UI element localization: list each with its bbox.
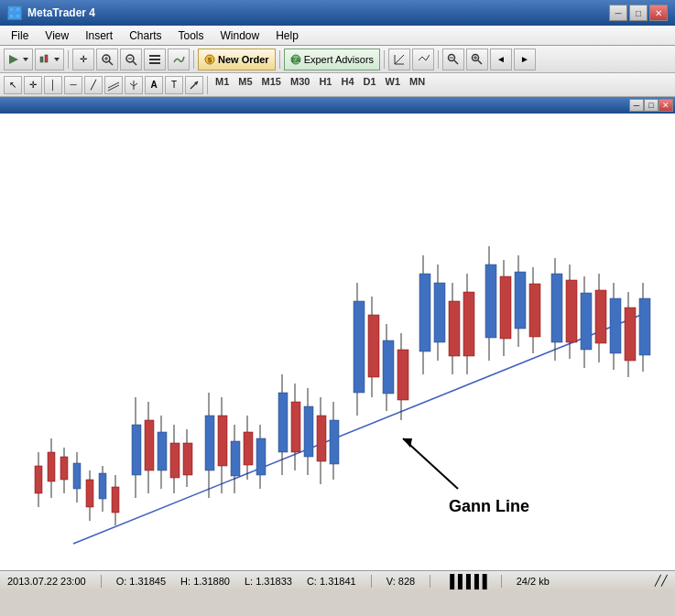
svg-rect-43 (35, 466, 42, 493)
tb-zoom-mag1[interactable] (442, 49, 464, 70)
new-order-button[interactable]: $ New Order (198, 49, 276, 70)
svg-rect-103 (485, 265, 496, 338)
svg-marker-8 (54, 58, 60, 61)
svg-rect-6 (40, 57, 43, 62)
tool-text-a[interactable]: A (145, 76, 163, 94)
tb-properties[interactable] (144, 49, 166, 70)
svg-rect-95 (419, 274, 430, 351)
tool-pitchfork[interactable] (125, 76, 143, 94)
status-size: 24/2 kb (517, 576, 550, 587)
svg-rect-17 (149, 59, 160, 60)
tb-zoom-in[interactable] (96, 49, 118, 70)
tb-indicators[interactable] (168, 49, 190, 70)
svg-line-33 (108, 82, 119, 88)
svg-marker-5 (23, 58, 28, 61)
tf-d1[interactable]: D1 (360, 76, 380, 94)
tool-channel[interactable] (104, 76, 123, 94)
tb-scroll-right[interactable]: ► (514, 49, 536, 70)
tf-m1[interactable]: M1 (212, 76, 233, 94)
svg-rect-109 (529, 284, 540, 337)
status-open: O: 1.31845 (116, 576, 166, 587)
tf-mn[interactable]: MN (406, 76, 429, 94)
svg-rect-65 (183, 443, 192, 475)
tb-chart-type[interactable] (35, 49, 64, 70)
status-low: L: 1.31833 (245, 576, 292, 587)
tool-arrow[interactable] (185, 76, 203, 94)
svg-rect-63 (170, 443, 180, 478)
expert-advisors-button[interactable]: EA Expert Advisors (284, 49, 380, 70)
svg-rect-121 (625, 308, 636, 361)
window-title: MetaTrader 4 (27, 6, 95, 19)
tb-crosshair[interactable]: ✛ (72, 49, 94, 70)
svg-rect-83 (317, 416, 326, 461)
svg-rect-123 (639, 298, 650, 355)
svg-rect-73 (244, 432, 253, 465)
tf-m15[interactable]: M15 (258, 76, 285, 94)
tb-scroll-left[interactable]: ◄ (490, 49, 512, 70)
tb-separator-5 (438, 50, 439, 69)
svg-rect-2 (9, 14, 14, 18)
svg-marker-4 (9, 55, 18, 64)
tb-icon2[interactable] (412, 49, 434, 70)
tf-m30[interactable]: M30 (287, 76, 313, 94)
svg-text:EA: EA (291, 57, 300, 63)
menu-charts[interactable]: Charts (122, 27, 169, 44)
svg-rect-77 (278, 393, 288, 452)
menu-tools[interactable]: Tools (171, 27, 212, 44)
status-close: C: 1.31841 (307, 576, 356, 587)
maximize-button[interactable]: □ (629, 5, 648, 21)
status-volume: V: 828 (386, 576, 415, 587)
svg-rect-57 (132, 425, 141, 475)
menu-view[interactable]: View (38, 27, 76, 44)
chart-area[interactable]: Gann Line (0, 113, 675, 570)
svg-rect-107 (515, 272, 526, 329)
svg-line-14 (133, 61, 136, 65)
svg-rect-71 (231, 441, 240, 476)
tb-zoom-mag2[interactable] (466, 49, 488, 70)
tool-crosshair[interactable]: ✛ (24, 76, 42, 94)
inner-close[interactable]: ✕ (659, 99, 673, 112)
tool-cursor[interactable]: ↖ (4, 76, 22, 94)
svg-line-30 (478, 60, 482, 64)
svg-line-34 (108, 85, 119, 91)
svg-rect-47 (60, 457, 68, 480)
svg-rect-45 (48, 452, 55, 481)
inner-maximize[interactable]: □ (644, 99, 659, 112)
tf-h4[interactable]: H4 (337, 76, 357, 94)
tool-trendline[interactable]: ╱ (84, 76, 103, 94)
svg-rect-81 (304, 406, 313, 457)
tf-h1[interactable]: H1 (315, 76, 335, 94)
tool-hline[interactable]: ─ (64, 76, 82, 94)
menu-help[interactable]: Help (268, 27, 306, 44)
status-sep-4 (501, 575, 502, 588)
tf-m5[interactable]: M5 (234, 76, 256, 94)
menu-bar: File View Insert Charts Tools Window Hel… (0, 26, 675, 46)
tool-vline[interactable]: │ (44, 76, 62, 94)
svg-line-10 (109, 61, 113, 65)
svg-line-37 (134, 83, 137, 86)
volume-bar-icon: ▐▐▐▐▐ (445, 574, 486, 589)
tb-arrow-btn[interactable] (4, 49, 33, 70)
tool-text-t[interactable]: T (165, 76, 183, 94)
tb-zoom-out[interactable] (120, 49, 142, 70)
svg-rect-49 (73, 463, 81, 489)
close-button[interactable]: ✕ (649, 5, 668, 21)
tb-separator-2 (193, 50, 194, 69)
candlestick-chart: Gann Line (0, 113, 675, 570)
tb-icon1[interactable] (388, 49, 410, 70)
menu-file[interactable]: File (4, 27, 36, 44)
svg-text:Gann Line: Gann Line (449, 497, 529, 515)
svg-rect-3 (16, 14, 20, 18)
tf-w1[interactable]: W1 (382, 76, 405, 94)
svg-line-36 (130, 83, 134, 86)
svg-rect-53 (99, 473, 106, 499)
tb-separator-4 (384, 50, 385, 69)
minimize-button[interactable]: ─ (609, 5, 627, 21)
menu-insert[interactable]: Insert (78, 27, 120, 44)
menu-window[interactable]: Window (213, 27, 267, 44)
svg-rect-69 (218, 416, 227, 466)
scroll-icon: ╱╱ (655, 575, 668, 587)
inner-title-bar: ─ □ ✕ (0, 97, 675, 113)
inner-minimize[interactable]: ─ (629, 99, 644, 112)
tb-separator-1 (68, 50, 69, 69)
